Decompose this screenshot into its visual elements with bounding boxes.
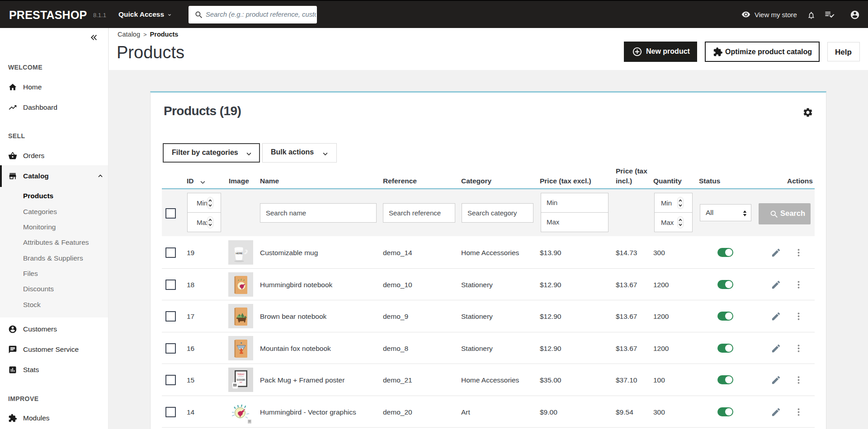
svg-text:TODAY: TODAY [237,373,245,376]
svg-text:GOOD: GOOD [237,378,245,381]
svg-text:DAY: DAY [240,382,243,383]
svg-text:HERE: HERE [236,252,243,255]
